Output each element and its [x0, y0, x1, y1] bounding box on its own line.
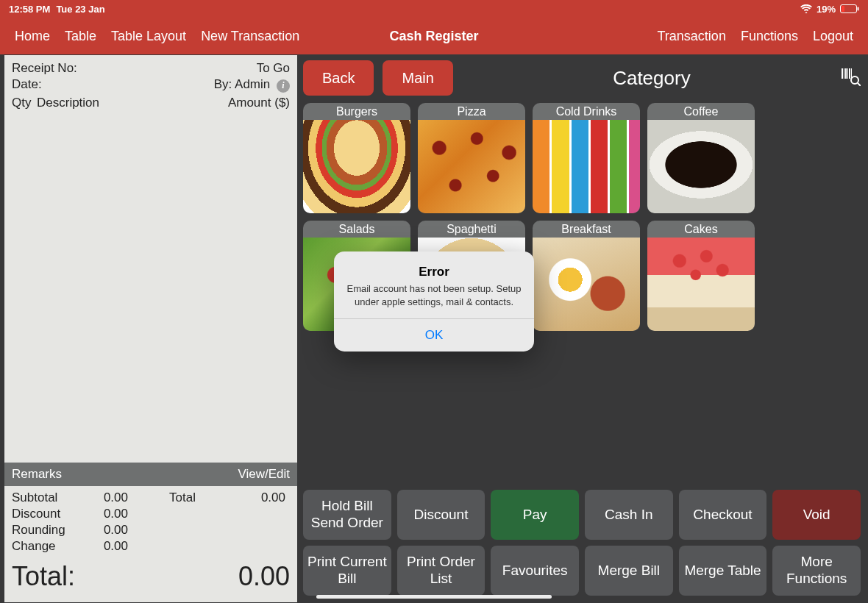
change-label: Change	[12, 539, 78, 554]
status-bar: 12:58 PM Tue 23 Jan 19%	[0, 0, 868, 18]
nav-bar: Home Table Table Layout New Transaction …	[0, 18, 868, 54]
receipt-items	[4, 113, 297, 463]
category-label: Cold Drinks	[533, 103, 640, 120]
receipt-panel: Receipt No: To Go Date: By: Admin i Qty …	[4, 55, 297, 602]
category-label: Coffee	[647, 103, 755, 120]
void-button[interactable]: Void	[772, 490, 861, 540]
status-battery-pct: 19%	[817, 4, 836, 15]
discount-value: 0.00	[84, 507, 128, 521]
pay-button[interactable]: Pay	[491, 490, 579, 540]
category-label: Pizza	[418, 103, 525, 120]
main-button[interactable]: Main	[383, 60, 452, 96]
svg-rect-7	[849, 68, 850, 79]
remarks-label: Remarks	[12, 467, 62, 482]
svg-rect-5	[845, 68, 847, 79]
dialog-message: Email account has not been setup. Setup …	[346, 282, 522, 308]
change-value: 0.00	[84, 539, 128, 554]
category-label: Spaghetti	[418, 221, 525, 238]
col-amount: Amount ($)	[228, 96, 290, 110]
nav-functions[interactable]: Functions	[741, 29, 798, 44]
nav-table[interactable]: Table	[65, 29, 96, 44]
svg-line-10	[858, 83, 861, 86]
category-card[interactable]: Coffee	[647, 103, 755, 213]
home-indicator[interactable]	[316, 595, 552, 599]
discount-button[interactable]: Discount	[397, 490, 485, 540]
action-grid: Hold Bill Send Order Discount Pay Cash I…	[303, 490, 861, 596]
rounding-value: 0.00	[84, 523, 128, 538]
svg-rect-2	[858, 7, 859, 11]
svg-point-9	[851, 76, 858, 84]
category-card[interactable]: Burgers	[303, 103, 410, 213]
nav-transaction[interactable]: Transaction	[658, 29, 726, 44]
rounding-label: Rounding	[12, 523, 78, 538]
svg-rect-6	[847, 68, 848, 79]
grand-total-value: 0.00	[238, 561, 290, 592]
category-card[interactable]: Cakes	[647, 221, 755, 331]
status-time: 12:58 PM	[9, 4, 50, 15]
more-functions-button[interactable]: More Functions	[772, 546, 861, 596]
remarks-view-edit[interactable]: View/Edit	[238, 467, 290, 482]
battery-icon	[840, 4, 859, 13]
col-description: Description	[37, 96, 228, 110]
app-title: Cash Register	[389, 29, 478, 44]
barcode-search-icon[interactable]	[842, 67, 861, 89]
category-card[interactable]: Cold Drinks	[533, 103, 640, 213]
remarks-bar[interactable]: Remarks View/Edit	[4, 463, 297, 486]
dialog-title: Error	[346, 265, 522, 279]
wifi-icon	[800, 4, 812, 13]
nav-table-layout[interactable]: Table Layout	[111, 29, 186, 44]
status-date: Tue 23 Jan	[56, 4, 104, 15]
category-label: Salads	[303, 221, 410, 238]
merge-bill-button[interactable]: Merge Bill	[585, 546, 673, 596]
merge-table-button[interactable]: Merge Table	[679, 546, 767, 596]
category-image	[303, 120, 410, 213]
subtotal-label: Subtotal	[12, 490, 78, 505]
category-title: Category	[462, 67, 842, 90]
category-label: Breakfast	[533, 221, 640, 238]
col-qty: Qty	[12, 96, 37, 110]
dialog-ok-button[interactable]: OK	[334, 318, 534, 352]
grand-total-label: Total:	[12, 561, 75, 592]
print-order-list-button[interactable]: Print Order List	[397, 546, 485, 596]
category-image	[647, 238, 755, 331]
hold-bill-button[interactable]: Hold Bill Send Order	[303, 490, 391, 540]
nav-logout[interactable]: Logout	[813, 29, 853, 44]
total-right-label: Total	[169, 490, 235, 505]
date-label: Date:	[12, 77, 42, 93]
category-label: Burgers	[303, 103, 410, 120]
category-image	[647, 120, 755, 213]
svg-rect-1	[842, 6, 844, 12]
favourites-button[interactable]: Favourites	[491, 546, 579, 596]
total-right-value: 0.00	[241, 490, 285, 505]
category-image	[418, 120, 525, 213]
category-image	[533, 120, 640, 213]
discount-label: Discount	[12, 507, 78, 521]
receipt-no-label: Receipt No:	[12, 61, 77, 76]
info-icon[interactable]: i	[277, 79, 290, 93]
svg-rect-4	[844, 68, 844, 79]
category-card[interactable]: Pizza	[418, 103, 525, 213]
svg-rect-3	[842, 68, 843, 79]
category-card[interactable]: Breakfast	[533, 221, 640, 331]
checkout-button[interactable]: Checkout	[679, 490, 767, 540]
subtotal-value: 0.00	[84, 490, 128, 505]
nav-home[interactable]: Home	[15, 29, 50, 44]
by-label: By: Admin	[214, 77, 271, 91]
category-label: Cakes	[647, 221, 755, 238]
nav-new-transaction[interactable]: New Transaction	[201, 29, 299, 44]
print-current-bill-button[interactable]: Print Current Bill	[303, 546, 391, 596]
order-type: To Go	[257, 61, 290, 76]
error-dialog: Error Email account has not been setup. …	[334, 251, 534, 352]
cash-in-button[interactable]: Cash In	[585, 490, 673, 540]
category-image	[533, 238, 640, 331]
back-button[interactable]: Back	[303, 60, 374, 96]
